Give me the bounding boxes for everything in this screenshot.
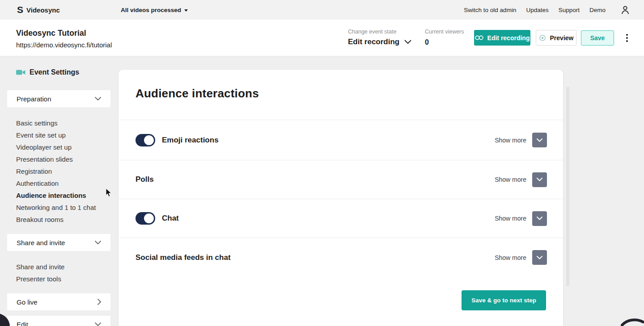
page-body: Event Settings Preparation Basic setting… bbox=[0, 56, 644, 326]
share-and-invite-label: Share and invite bbox=[17, 239, 65, 247]
switch-to-old-admin-link[interactable]: Switch to old admin bbox=[464, 7, 516, 13]
chevron-down-icon bbox=[537, 217, 542, 220]
sidebar-item-basic-settings[interactable]: Basic settings bbox=[16, 117, 96, 129]
videosync-logo[interactable]: S Videosync bbox=[17, 0, 60, 20]
sidebar-section-edit[interactable]: Edit bbox=[7, 316, 110, 326]
videos-processed-dropdown[interactable]: All videos processed bbox=[121, 0, 188, 20]
chevron-down-icon bbox=[95, 97, 101, 100]
preparation-label: Preparation bbox=[17, 95, 51, 103]
sidebar-section-preparation[interactable]: Preparation bbox=[7, 90, 110, 107]
setting-row-polls: Polls Show more bbox=[119, 160, 563, 199]
chevron-down-icon bbox=[537, 256, 542, 259]
setting-label: Chat bbox=[162, 214, 179, 223]
sidebar-item-networking-1to1-chat[interactable]: Networking and 1 to 1 chat bbox=[16, 201, 96, 213]
sidebar-item-authentication[interactable]: Authentication bbox=[16, 177, 96, 189]
app-screen: S Videosync All videos processed Switch … bbox=[0, 0, 644, 326]
go-live-label: Go live bbox=[17, 298, 38, 306]
edit-recording-button-label: Edit recording bbox=[487, 34, 530, 42]
sidebar-item-breakout-rooms[interactable]: Breakout rooms bbox=[16, 213, 96, 226]
sidebar-item-videoplayer-set-up[interactable]: Videoplayer set up bbox=[16, 141, 96, 153]
updates-link[interactable]: Updates bbox=[526, 7, 548, 13]
settings-card: Audience interactions Emoji reactions Sh… bbox=[119, 70, 563, 326]
event-url[interactable]: https://demo.videosync.fi/tutorial bbox=[16, 41, 112, 49]
event-state-label: Change event state bbox=[348, 29, 411, 35]
current-viewers-block: Current viewers 0 bbox=[425, 29, 464, 46]
sidebar-item-registration[interactable]: Registration bbox=[16, 165, 96, 177]
expand-button[interactable] bbox=[532, 211, 547, 226]
setting-label: Emoji reactions bbox=[162, 136, 219, 145]
expand-button[interactable] bbox=[532, 133, 547, 147]
sidebar-item-audience-interactions[interactable]: Audience interactions bbox=[16, 189, 96, 201]
show-more-link[interactable]: Show more bbox=[495, 254, 526, 261]
sidebar-section-share-and-invite[interactable]: Share and invite bbox=[7, 234, 110, 251]
chevron-down-icon bbox=[95, 322, 101, 326]
edit-label: Edit bbox=[17, 321, 28, 326]
current-viewers-count: 0 bbox=[425, 38, 464, 46]
setting-label: Polls bbox=[136, 175, 154, 184]
support-link[interactable]: Support bbox=[559, 7, 580, 13]
event-title-block: Videosync Tutorial https://demo.videosyn… bbox=[16, 29, 112, 49]
sidebar-item-presenter-tools[interactable]: Presenter tools bbox=[16, 273, 64, 285]
event-state-block: Change event state Edit recording bbox=[348, 29, 411, 46]
chevron-down-icon bbox=[537, 178, 542, 181]
sidebar-section-go-live[interactable]: Go live bbox=[7, 293, 110, 310]
chevron-down-icon bbox=[95, 241, 101, 244]
preparation-items: Basic settings Event site set up Videopl… bbox=[16, 117, 96, 226]
edit-recording-button[interactable]: Edit recording bbox=[474, 30, 530, 46]
setting-row-chat: Chat Show more bbox=[119, 199, 563, 238]
demo-link[interactable]: Demo bbox=[589, 7, 606, 13]
emoji-reactions-toggle[interactable] bbox=[136, 134, 155, 146]
event-state-dropdown[interactable]: Edit recording bbox=[348, 38, 411, 46]
save-button-label: Save bbox=[590, 34, 605, 42]
show-more-link[interactable]: Show more bbox=[495, 176, 526, 183]
sidebar-item-presentation-slides[interactable]: Presentation slides bbox=[16, 153, 96, 165]
save-button[interactable]: Save bbox=[581, 30, 614, 46]
setting-label: Social media feeds in chat bbox=[136, 253, 231, 262]
chat-toggle[interactable] bbox=[136, 212, 155, 225]
preview-eye-icon bbox=[539, 34, 546, 42]
event-header: Videosync Tutorial https://demo.videosyn… bbox=[0, 20, 644, 56]
show-more-link[interactable]: Show more bbox=[495, 215, 526, 222]
logo-s-icon: S bbox=[17, 4, 23, 15]
topbar: S Videosync All videos processed Switch … bbox=[0, 0, 644, 20]
mouse-cursor bbox=[106, 188, 112, 197]
chevron-down-icon bbox=[404, 40, 411, 44]
preview-button[interactable]: Preview bbox=[536, 30, 576, 46]
expand-button[interactable] bbox=[532, 250, 547, 265]
videos-processed-label: All videos processed bbox=[121, 7, 181, 13]
panel-scrollbar[interactable] bbox=[566, 87, 569, 286]
decor-shape-bottom-right bbox=[621, 318, 644, 326]
sidebar-title: Event Settings bbox=[30, 68, 79, 76]
current-viewers-label: Current viewers bbox=[425, 29, 464, 35]
sidebar-item-event-site-set-up[interactable]: Event site set up bbox=[16, 129, 96, 141]
show-more-link[interactable]: Show more bbox=[495, 137, 526, 144]
sidebar-header: Event Settings bbox=[16, 68, 79, 76]
sidebar-item-share-and-invite[interactable]: Share and invite bbox=[16, 261, 64, 273]
recording-icon bbox=[475, 35, 483, 41]
logo-text: Videosync bbox=[26, 6, 60, 14]
video-camera-icon bbox=[16, 69, 25, 75]
topbar-links: Switch to old admin Updates Support Demo bbox=[464, 0, 606, 20]
save-go-next-step-button[interactable]: Save & go to next step bbox=[462, 290, 546, 310]
share-items: Share and invite Presenter tools bbox=[16, 261, 64, 285]
page-title: Audience interactions bbox=[136, 87, 259, 100]
event-state-value: Edit recording bbox=[348, 38, 399, 46]
expand-button[interactable] bbox=[532, 172, 547, 187]
setting-row-emoji-reactions: Emoji reactions Show more bbox=[119, 120, 563, 160]
more-options-kebab-icon[interactable] bbox=[623, 30, 631, 46]
chevron-right-icon bbox=[97, 299, 101, 305]
caret-down-icon bbox=[184, 9, 188, 12]
event-title: Videosync Tutorial bbox=[16, 29, 112, 38]
chevron-down-icon bbox=[537, 138, 542, 142]
preview-button-label: Preview bbox=[550, 34, 574, 42]
user-account-icon[interactable] bbox=[620, 4, 631, 15]
setting-row-social-media-feeds: Social media feeds in chat Show more bbox=[119, 238, 563, 277]
